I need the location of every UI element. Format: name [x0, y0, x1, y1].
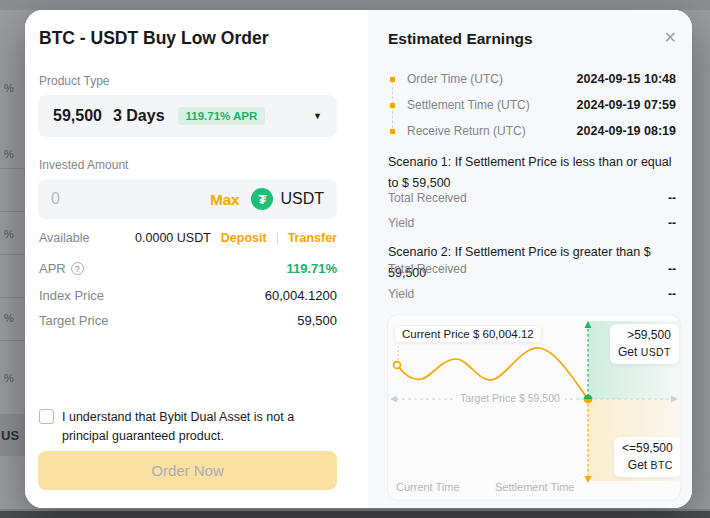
invested-amount-field: Max ₮ USDT — [38, 179, 337, 219]
timeline-row: Receive Return (UTC) 2024-09-19 08:19 — [390, 118, 676, 144]
transfer-link[interactable]: Transfer — [288, 231, 337, 245]
order-time-value: 2024-09-15 10:48 — [577, 72, 676, 86]
above-condition: >59,500 — [618, 327, 671, 344]
modal-title: BTC - USDT Buy Low Order — [39, 28, 268, 49]
target-price-row: Target Price 59,500 — [39, 313, 337, 328]
order-now-button[interactable]: Order Now — [38, 451, 337, 490]
close-icon[interactable]: ✕ — [664, 28, 677, 47]
earnings-title: Estimated Earnings — [388, 30, 533, 48]
apr-value: 119.71% — [286, 261, 337, 276]
background-row-divider — [0, 168, 25, 169]
background-row-divider — [0, 211, 25, 212]
invested-amount-label: Invested Amount — [39, 158, 128, 172]
payoff-above-label: >59,500 Get USDT — [610, 324, 679, 364]
max-button[interactable]: Max — [210, 191, 239, 208]
background-row-divider — [0, 340, 25, 341]
apr-label: APR — [39, 261, 66, 276]
target-price-value: 59,500 — [297, 313, 337, 328]
estimated-earnings-panel: Estimated Earnings ✕ Order Time (UTC) 20… — [368, 10, 692, 508]
order-time-label: Order Time (UTC) — [407, 72, 503, 86]
background-table-fragment: % — [4, 82, 14, 94]
available-label: Available — [39, 231, 90, 245]
chevron-down-icon: ▼ — [313, 111, 322, 121]
order-form-panel: BTC - USDT Buy Low Order Product Type 59… — [25, 10, 368, 508]
payoff-chart: Current Price $ 60,004.12 Target Price $… — [388, 315, 680, 500]
yield-value: -- — [668, 216, 676, 230]
order-timeline: Order Time (UTC) 2024-09-15 10:48 Settle… — [390, 66, 676, 144]
receive-return-value: 2024-09-19 08:19 — [577, 124, 676, 138]
background-table-fragment: % — [4, 372, 14, 384]
background-table-fragment: % — [4, 228, 14, 240]
total-received-label: Total Received — [388, 262, 467, 276]
timeline-row: Settlement Time (UTC) 2024-09-19 07:59 — [390, 92, 676, 118]
below-condition: <=59,500 — [622, 440, 673, 457]
scenario-2-yield-row: Yield -- — [388, 287, 676, 301]
help-icon[interactable]: ? — [71, 262, 84, 275]
index-price-value: 60,004.1200 — [265, 288, 337, 303]
yield-label: Yield — [388, 216, 414, 230]
above-asset: USDT — [641, 346, 671, 358]
product-strike-price: 59,500 — [53, 107, 102, 125]
payoff-below-label: <=59,500 Get BTC — [614, 437, 680, 477]
background-top-strip — [0, 0, 710, 10]
index-price-row: Index Price 60,004.1200 — [39, 288, 337, 303]
background-partial-text: US — [1, 428, 19, 443]
background-footer-bar — [0, 511, 710, 518]
product-type-label: Product Type — [39, 74, 110, 88]
total-received-label: Total Received — [388, 191, 467, 205]
available-value: 0.0000 USDT — [135, 231, 211, 245]
settlement-time-label: Settlement Time (UTC) — [407, 98, 530, 112]
link-divider — [277, 232, 278, 244]
settlement-time-value: 2024-09-19 07:59 — [577, 98, 676, 112]
receive-return-label: Receive Return (UTC) — [407, 124, 526, 138]
usdt-coin-icon: ₮ — [251, 188, 273, 210]
total-received-value: -- — [668, 262, 676, 276]
disclaimer-checkbox[interactable] — [39, 409, 54, 424]
timeline-bullet — [390, 129, 395, 134]
yield-label: Yield — [388, 287, 414, 301]
below-get-label: Get — [628, 458, 647, 472]
total-received-value: -- — [668, 191, 676, 205]
disclaimer-text: I understand that Bybit Dual Asset is no… — [62, 408, 339, 446]
amount-input[interactable] — [51, 190, 210, 208]
current-price-label: Current Price $ 60,004.12 — [394, 325, 542, 343]
background-table-fragment: % — [4, 148, 14, 160]
index-price-label: Index Price — [39, 288, 104, 303]
scenario-1-title: Scenario 1: If Settlement Price is less … — [388, 152, 676, 193]
x-axis-current-time: Current Time — [396, 481, 460, 493]
background-row-divider — [0, 254, 25, 255]
target-price-label: Target Price — [39, 313, 108, 328]
scenario-1-total-received-row: Total Received -- — [388, 191, 676, 205]
dual-asset-order-modal: BTC - USDT Buy Low Order Product Type 59… — [25, 10, 692, 508]
timeline-bullet — [390, 103, 395, 108]
product-term: 3 Days — [113, 107, 165, 125]
above-get-label: Get — [618, 345, 637, 359]
product-type-dropdown[interactable]: 59,500 3 Days 119.71% APR ▼ — [38, 95, 337, 137]
below-asset: BTC — [651, 459, 673, 471]
timeline-bullet — [390, 77, 395, 82]
currency-label: USDT — [280, 190, 324, 208]
screen: % % % % % US BTC - USDT Buy Low Order Pr… — [0, 0, 710, 518]
target-price-chart-label: Target Price $ 59,500 — [455, 392, 565, 404]
apr-badge: 119.71% APR — [178, 107, 266, 125]
scenario-2-total-received-row: Total Received -- — [388, 262, 676, 276]
timeline-row: Order Time (UTC) 2024-09-15 10:48 — [390, 66, 676, 92]
yield-value: -- — [668, 287, 676, 301]
disclaimer-row: I understand that Bybit Dual Asset is no… — [39, 408, 339, 446]
apr-row: APR ? 119.71% — [39, 261, 337, 276]
x-axis-settlement-time: Settlement Time — [495, 481, 574, 493]
background-table-fragment: % — [4, 312, 14, 324]
scenario-1-yield-row: Yield -- — [388, 216, 676, 230]
available-balance-row: Available 0.0000 USDT Deposit Transfer — [39, 231, 337, 245]
background-row-divider — [0, 297, 25, 298]
deposit-link[interactable]: Deposit — [221, 231, 267, 245]
